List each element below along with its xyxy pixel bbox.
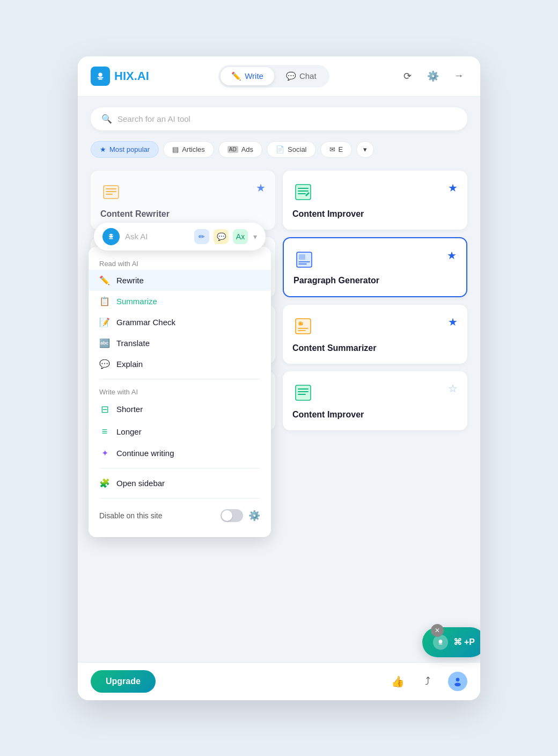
menu-item-grammar-check[interactable]: 📝 Grammar Check xyxy=(89,312,271,333)
menu-item-explain[interactable]: 💬 Explain xyxy=(89,354,271,375)
tool-card-content-improver-2[interactable]: ☆ Content Improver xyxy=(283,371,467,430)
tab-write-label: Write xyxy=(245,71,263,80)
ask-ai-pencil-icon[interactable]: ✏ xyxy=(194,229,209,244)
chevron-down-icon: ▾ xyxy=(363,145,367,153)
svg-text:AI: AI xyxy=(299,321,303,326)
filter-more-button[interactable]: ▾ xyxy=(356,141,374,158)
filter-social-label: Social xyxy=(288,145,306,153)
content-improver-1-icon xyxy=(292,181,314,203)
tool-star-content-improver-1[interactable]: ★ xyxy=(448,181,458,194)
open-sidebar-icon: 🧩 xyxy=(99,478,110,488)
svg-rect-1 xyxy=(98,77,104,78)
filter-ads-label: Ads xyxy=(241,145,253,153)
menu-item-continue-writing[interactable]: ✦ Continue writing xyxy=(89,443,271,464)
svg-rect-2 xyxy=(98,78,102,79)
tool-card-content-rewriter[interactable]: ★ Content Rewriter xyxy=(91,171,275,230)
menu-divider-1 xyxy=(99,379,260,379)
content-rewriter-icon xyxy=(100,181,122,203)
toggle-wrap: ⚙️ xyxy=(221,509,260,522)
menu-item-translate-label: Translate xyxy=(116,339,150,348)
disable-toggle[interactable] xyxy=(221,509,243,522)
floating-cta-close-button[interactable]: ✕ xyxy=(431,624,444,637)
menu-item-rewrite[interactable]: ✏️ Rewrite xyxy=(89,270,271,291)
ads-filter-icon: AD xyxy=(227,146,238,153)
thumbs-up-icon[interactable]: 👍 xyxy=(388,672,407,691)
write-icon: ✏️ xyxy=(231,71,241,81)
svg-point-0 xyxy=(98,72,102,76)
nav-tabs: ✏️ Write 💬 Chat xyxy=(218,65,329,87)
articles-filter-icon: ▤ xyxy=(172,145,179,153)
menu-item-shorter[interactable]: ⊟ Shorter xyxy=(89,398,271,421)
tab-write[interactable]: ✏️ Write xyxy=(221,67,274,85)
tool-card-content-improver-1[interactable]: ★ Content Improver xyxy=(283,171,467,230)
ask-ai-placeholder[interactable]: Ask AI xyxy=(125,232,189,241)
menu-item-summarize[interactable]: 📋 Summarize xyxy=(89,291,271,312)
logo-text: HIX.AI xyxy=(114,69,149,83)
filter-popular-label: Most popular xyxy=(109,145,150,153)
rewrite-icon: ✏️ xyxy=(99,275,110,285)
profile-avatar[interactable] xyxy=(448,672,467,691)
read-section-label: Read with AI xyxy=(89,255,271,270)
filter-tab-ads[interactable]: AD Ads xyxy=(218,141,262,158)
menu-item-continue-writing-label: Continue writing xyxy=(116,449,174,458)
tool-star-content-improver-2[interactable]: ☆ xyxy=(448,382,458,395)
ask-ai-robot-icon xyxy=(102,228,120,245)
footer-gear-icon[interactable]: ⚙️ xyxy=(248,510,260,522)
star-filter-icon: ★ xyxy=(100,145,106,153)
content-summarizer-icon: AI xyxy=(292,315,314,337)
ask-ai-chevron-icon[interactable]: ▾ xyxy=(253,232,257,241)
svg-point-40 xyxy=(109,234,111,236)
logo: HIX.AI xyxy=(91,67,149,86)
menu-item-summarize-label: Summarize xyxy=(116,297,157,306)
ask-ai-chat-icon[interactable]: 💬 xyxy=(214,229,229,244)
chat-icon: 💬 xyxy=(286,71,296,81)
continue-writing-icon: ✦ xyxy=(99,448,110,458)
floating-cta-label: ⌘ +P xyxy=(453,637,475,647)
summarize-icon: 📋 xyxy=(99,296,110,306)
ask-ai-bar[interactable]: Ask AI ✏ 💬 Ax ▾ xyxy=(94,223,266,251)
tool-name-paragraph-generator: Paragraph Generator xyxy=(293,276,457,285)
tool-card-content-summarizer[interactable]: AI ★ Content Summarizer xyxy=(283,305,467,364)
write-section-label: Write with AI xyxy=(89,384,271,398)
menu-item-open-sidebar-label: Open sidebar xyxy=(116,479,165,488)
ask-ai-translate-icon[interactable]: Ax xyxy=(233,229,248,244)
app-window: HIX.AI ✏️ Write 💬 Chat ⟳ ⚙️ → 🔍 Search f… xyxy=(78,56,480,700)
filter-tab-articles[interactable]: ▤ Articles xyxy=(163,141,214,158)
floating-cta-robot-icon xyxy=(433,635,448,650)
filter-tab-popular[interactable]: ★ Most popular xyxy=(91,141,159,158)
menu-item-translate[interactable]: 🔤 Translate xyxy=(89,333,271,354)
svg-rect-34 xyxy=(296,385,311,400)
search-input[interactable]: Search for an AI tool xyxy=(118,114,190,123)
filter-tab-social[interactable]: 📄 Social xyxy=(267,141,315,158)
paragraph-generator-icon xyxy=(293,249,315,270)
social-filter-icon: 📄 xyxy=(276,145,284,153)
menu-item-longer[interactable]: ≡ Longer xyxy=(89,421,271,443)
settings-icon[interactable]: ⚙️ xyxy=(424,68,442,85)
share-icon[interactable]: ⤴ xyxy=(418,672,437,691)
tool-name-content-improver-1: Content Improver xyxy=(292,209,458,219)
filter-tab-email[interactable]: ✉ E xyxy=(320,141,353,158)
tool-star-paragraph-generator[interactable]: ★ xyxy=(447,249,457,262)
svg-point-41 xyxy=(112,234,113,236)
tool-star-content-summarizer[interactable]: ★ xyxy=(448,315,458,328)
tab-chat[interactable]: 💬 Chat xyxy=(275,67,327,85)
svg-rect-43 xyxy=(438,643,442,644)
shorter-icon: ⊟ xyxy=(99,403,110,415)
toggle-knob xyxy=(222,510,232,521)
svg-point-44 xyxy=(456,678,460,681)
logout-icon[interactable]: → xyxy=(450,68,467,85)
search-bar[interactable]: 🔍 Search for an AI tool xyxy=(91,107,467,130)
menu-item-open-sidebar[interactable]: 🧩 Open sidebar xyxy=(89,473,271,494)
history-icon[interactable]: ⟳ xyxy=(399,68,416,85)
content-improver-2-icon xyxy=(292,382,314,403)
menu-item-grammar-check-label: Grammar Check xyxy=(116,318,175,327)
tool-card-paragraph-generator[interactable]: ★ Paragraph Generator xyxy=(283,237,467,297)
search-icon: 🔍 xyxy=(101,114,112,124)
disable-site-label: Disable on this site xyxy=(99,511,163,520)
svg-point-45 xyxy=(454,682,461,686)
tool-name-content-summarizer: Content Summarizer xyxy=(292,343,458,353)
header-icons: ⟳ ⚙️ → xyxy=(399,68,467,85)
upgrade-button[interactable]: Upgrade xyxy=(91,670,156,693)
filter-email-label: E xyxy=(339,145,343,153)
tool-star-content-rewriter[interactable]: ★ xyxy=(256,181,266,194)
